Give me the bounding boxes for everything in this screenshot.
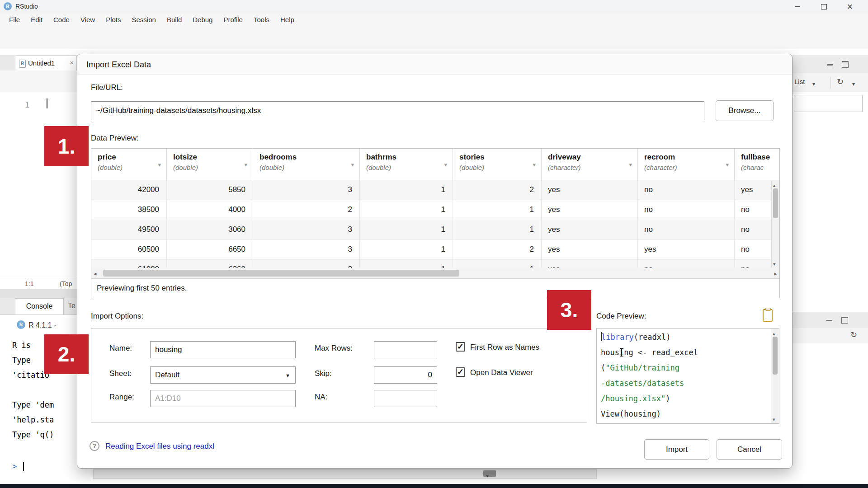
file-url-label: File/URL:	[91, 83, 123, 92]
data-preview-table: price(double)lotsize(double)bedrooms(dou…	[91, 148, 780, 298]
name-label: Name:	[109, 344, 132, 353]
column-sort-icon[interactable]	[726, 160, 729, 169]
column-header-bathrms[interactable]: bathrms(double)	[360, 149, 453, 180]
menu-profile[interactable]: Profile	[218, 13, 248, 27]
r-script-icon	[19, 60, 26, 68]
refresh-icon[interactable]	[837, 77, 844, 87]
range-label: Range:	[109, 393, 134, 402]
table-cell: 1	[453, 200, 542, 220]
column-header-stories[interactable]: stories(double)	[453, 149, 542, 180]
pane-minimize-icon[interactable]	[826, 320, 832, 321]
column-sort-icon[interactable]	[351, 160, 354, 169]
table-horizontal-scrollbar[interactable]	[91, 268, 779, 279]
column-header-lotsize[interactable]: lotsize(double)	[167, 149, 253, 180]
table-vertical-scrollbar[interactable]	[771, 180, 779, 268]
help-link[interactable]: Reading Excel files using readxl	[105, 442, 214, 451]
menu-file[interactable]: File	[4, 13, 25, 27]
main-toolbar: Addins Project: (None)	[0, 27, 868, 49]
tab-close-icon[interactable]	[70, 59, 74, 66]
browse-button[interactable]: Browse...	[716, 100, 774, 121]
scrollbar-thumb[interactable]	[483, 470, 496, 477]
console-line: Type 'dem	[12, 398, 54, 413]
import-button[interactable]: Import	[644, 439, 709, 460]
menu-debug[interactable]: Debug	[187, 13, 218, 27]
name-input[interactable]	[150, 341, 296, 358]
column-sort-icon[interactable]	[444, 160, 447, 169]
range-input[interactable]	[150, 390, 296, 407]
cancel-button[interactable]: Cancel	[717, 439, 782, 460]
menu-build[interactable]: Build	[161, 13, 187, 27]
menu-view[interactable]: View	[75, 13, 100, 27]
column-header-bedrooms[interactable]: bedrooms(double)	[253, 149, 360, 180]
max-rows-input[interactable]	[374, 341, 437, 358]
scroll-down-icon[interactable]	[486, 471, 489, 479]
sheet-select[interactable]: Default	[150, 366, 296, 384]
scroll-up-icon[interactable]	[773, 329, 775, 337]
first-row-label: First Row as Names	[470, 343, 539, 352]
table-row: 605006650312yesyesno	[91, 240, 779, 260]
import-options-label: Import Options:	[91, 312, 143, 321]
column-header-driveway[interactable]: driveway(character)	[542, 149, 638, 180]
column-header-fullbase[interactable]: fullbase(charac	[735, 149, 779, 180]
column-header-recroom[interactable]: recroom(character)	[638, 149, 735, 180]
menu-plots[interactable]: Plots	[100, 13, 126, 27]
help-icon[interactable]	[90, 441, 99, 451]
scroll-left-icon[interactable]	[94, 269, 97, 277]
console-prompt-row[interactable]: >	[12, 462, 24, 471]
scroll-up-icon[interactable]	[773, 181, 776, 189]
environment-search-box[interactable]	[794, 95, 863, 112]
pane-maximize-icon[interactable]	[842, 61, 849, 68]
tab-terminal[interactable]: Te	[68, 302, 75, 310]
table-cell: 2	[253, 260, 360, 268]
minimize-button[interactable]	[788, 0, 807, 13]
code-preview-box[interactable]: library(readxl)housing <- read_excel("Gi…	[596, 328, 779, 424]
tab-untitled1[interactable]: Untitled1	[15, 56, 77, 70]
scrollbar-thumb[interactable]	[773, 337, 778, 375]
horizontal-scrollbar[interactable]	[93, 469, 597, 479]
list-dropdown-icon[interactable]	[812, 80, 815, 88]
cursor-position[interactable]: 1:1	[25, 280, 33, 287]
menu-bar: FileEditCodeViewPlotsSessionBuildDebugPr…	[0, 13, 868, 27]
mouse-cursor-ibeam	[619, 348, 624, 357]
menu-edit[interactable]: Edit	[25, 13, 48, 27]
menu-code[interactable]: Code	[48, 13, 75, 27]
column-sort-icon[interactable]	[629, 160, 632, 169]
table-cell: 38500	[91, 200, 167, 220]
sheet-label: Sheet:	[109, 369, 132, 378]
refresh-dropdown-icon[interactable]	[852, 80, 855, 88]
scroll-position[interactable]: (Top	[60, 280, 72, 287]
code-vertical-scrollbar[interactable]	[771, 328, 779, 423]
code-line: library(readxl)	[601, 329, 772, 345]
file-url-input[interactable]	[91, 101, 704, 120]
refresh-icon[interactable]	[850, 330, 857, 340]
checkbox-open-viewer[interactable]	[456, 367, 465, 377]
menu-help[interactable]: Help	[275, 13, 300, 27]
maximize-button[interactable]	[814, 0, 834, 13]
column-sort-icon[interactable]	[533, 160, 536, 169]
table-cell: yes	[542, 240, 638, 259]
menu-tools[interactable]: Tools	[248, 13, 275, 27]
table-row: 420005850312yesnoyes	[91, 180, 779, 200]
column-sort-icon[interactable]	[158, 160, 161, 169]
table-cell: 1	[360, 180, 453, 200]
na-input[interactable]	[374, 390, 437, 407]
pane-minimize-icon[interactable]	[827, 64, 833, 66]
scroll-down-icon[interactable]	[773, 259, 776, 267]
column-sort-icon[interactable]	[244, 160, 247, 169]
table-cell: yes	[542, 220, 638, 239]
table-cell: 49500	[91, 220, 167, 239]
skip-input[interactable]	[374, 366, 437, 384]
checkbox-first-row[interactable]	[456, 342, 465, 352]
scroll-down-icon[interactable]	[773, 415, 775, 423]
pane-maximize-icon[interactable]	[841, 317, 848, 324]
scrollbar-thumb[interactable]	[773, 188, 778, 218]
column-header-price[interactable]: price(double)	[91, 149, 167, 180]
code-line: ("GitHub/training	[601, 360, 772, 375]
scroll-right-icon[interactable]	[774, 269, 777, 277]
scrollbar-thumb[interactable]	[103, 270, 459, 277]
close-button[interactable]	[840, 0, 860, 13]
list-view-button[interactable]: List	[794, 78, 805, 85]
copy-code-icon[interactable]	[763, 309, 773, 322]
tab-console[interactable]: Console	[15, 298, 64, 314]
menu-session[interactable]: Session	[127, 13, 161, 27]
